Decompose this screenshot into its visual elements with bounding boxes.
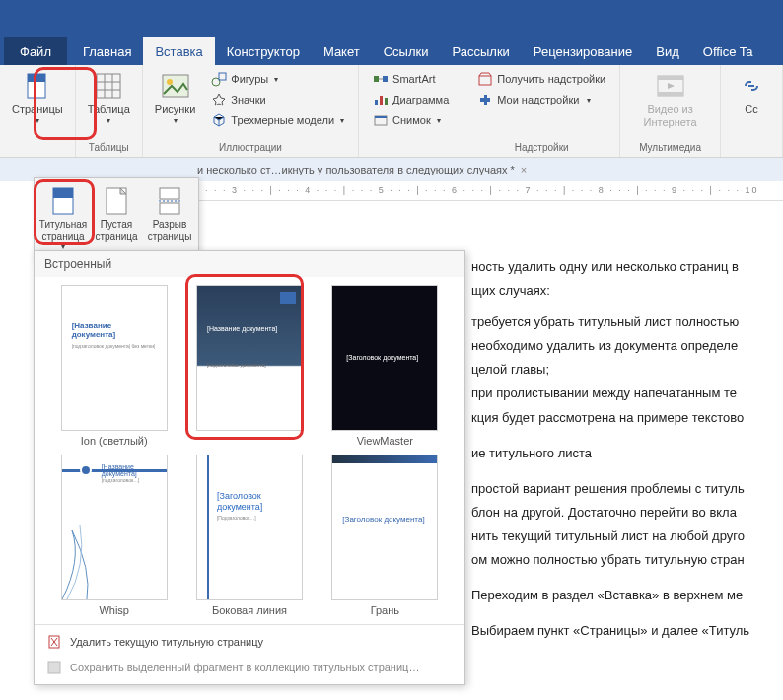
- pages-group-label: [36, 140, 38, 155]
- ribbon: Страницы ▾ Таблица ▾ Таблицы Рисунки: [0, 65, 783, 158]
- page-break-icon: [154, 185, 185, 217]
- icons-icon: [211, 92, 227, 107]
- gallery-item-ion-dark[interactable]: [Название документа] [подзаголовок докум…: [187, 285, 311, 447]
- chart-button[interactable]: Диаграмма: [367, 90, 455, 109]
- svg-rect-21: [658, 92, 683, 96]
- store-icon: [477, 71, 493, 87]
- gallery-item-ion-light[interactable]: [Название документа] |подзаголовок докум…: [52, 285, 176, 447]
- gallery-item-whisp[interactable]: [Название документа] [подзаголовок…] Whi…: [52, 455, 176, 616]
- tab-home[interactable]: Главная: [71, 37, 143, 65]
- gallery-item-viewmaster[interactable]: [Заголовок документа] ViewMaster: [323, 285, 447, 447]
- table-label: Таблица: [88, 104, 130, 116]
- tab-references[interactable]: Ссылки: [372, 37, 441, 65]
- chart-icon: [373, 92, 389, 107]
- tab-file[interactable]: Файл: [4, 37, 67, 65]
- save-icon: [46, 660, 62, 675]
- tab-insert[interactable]: Вставка: [143, 37, 214, 65]
- shapes-icon: [211, 71, 227, 87]
- svg-rect-1: [28, 74, 45, 82]
- video-icon: [655, 70, 686, 102]
- svg-rect-17: [375, 116, 387, 118]
- svg-rect-13: [375, 100, 378, 105]
- delete-cover-button[interactable]: Удалить текущую титульную страницу: [35, 629, 464, 655]
- screenshot-icon: [373, 112, 389, 128]
- pictures-button[interactable]: Рисунки ▾: [149, 67, 202, 129]
- media-group-label: Мультимедиа: [639, 140, 701, 155]
- titlebar: [0, 0, 783, 37]
- tab-view[interactable]: Вид: [644, 37, 691, 65]
- svg-rect-25: [160, 188, 179, 199]
- addins-group-label: Надстройки: [515, 140, 569, 155]
- illustrations-group-label: Иллюстрации: [219, 140, 282, 155]
- svg-point-8: [167, 79, 173, 85]
- gallery-header: Встроенный: [35, 251, 464, 277]
- tab-layout[interactable]: Макет: [312, 37, 372, 65]
- tab-review[interactable]: Рецензирование: [522, 37, 644, 65]
- smartart-button[interactable]: SmartArt: [367, 69, 455, 89]
- icons-button[interactable]: Значки: [205, 90, 350, 109]
- shapes-button[interactable]: Фигуры▾: [205, 69, 350, 89]
- video-label: Видео из Интернета: [632, 104, 708, 129]
- smartart-icon: [373, 71, 389, 87]
- cover-page-button[interactable]: Титульная страница ▾: [38, 182, 88, 255]
- delete-icon: [46, 634, 62, 650]
- link-icon: [736, 70, 767, 102]
- get-addins-button[interactable]: Получить надстройки: [471, 69, 611, 89]
- pages-button[interactable]: Страницы ▾: [6, 67, 69, 129]
- cover-page-icon: [47, 185, 79, 217]
- svg-rect-15: [385, 98, 388, 105]
- addin-icon: [477, 92, 493, 107]
- pictures-icon: [160, 70, 191, 102]
- pages-dropdown: Титульная страница ▾ Пустая страница Раз…: [34, 177, 199, 260]
- svg-rect-20: [658, 76, 683, 80]
- svg-rect-2: [97, 74, 120, 98]
- page-break-button[interactable]: Разрыв страницы: [145, 182, 194, 255]
- screenshot-button[interactable]: Снимок▾: [367, 110, 455, 130]
- svg-rect-18: [479, 76, 491, 85]
- blank-page-button[interactable]: Пустая страница: [92, 182, 141, 255]
- my-addins-button[interactable]: Мои надстройки▾: [471, 90, 611, 109]
- document-body[interactable]: ность удалить одну или несколько страниц…: [471, 256, 783, 644]
- video-button[interactable]: Видео из Интернета: [626, 67, 714, 132]
- svg-rect-31: [48, 662, 60, 673]
- table-button[interactable]: Таблица ▾: [82, 67, 136, 129]
- models-button[interactable]: Трехмерные модели▾: [205, 110, 350, 130]
- links-button[interactable]: Сс: [727, 67, 776, 119]
- svg-rect-11: [374, 76, 379, 82]
- ruler[interactable]: · · · 3 · · · | · · · 4 · · · | · · · 5 …: [197, 181, 783, 201]
- svg-rect-10: [219, 73, 226, 80]
- blank-page-icon: [101, 185, 132, 217]
- svg-rect-23: [53, 188, 73, 198]
- tab-mailings[interactable]: Рассылки: [440, 37, 521, 65]
- cube-icon: [211, 112, 227, 128]
- svg-rect-14: [380, 96, 383, 105]
- pages-label: Страницы: [12, 104, 63, 116]
- tab-office[interactable]: Office Ta: [691, 37, 765, 65]
- svg-rect-12: [383, 76, 388, 82]
- tables-group-label: Таблицы: [89, 140, 129, 155]
- cover-gallery: Встроенный [Название документа] |подзаго…: [34, 250, 465, 685]
- tab-design[interactable]: Конструктор: [215, 37, 312, 65]
- pages-icon: [22, 70, 53, 102]
- pictures-label: Рисунки: [155, 104, 196, 116]
- save-cover-button: Сохранить выделенный фрагмент в коллекци…: [35, 655, 464, 680]
- svg-rect-26: [160, 203, 179, 214]
- ribbon-tabs: Файл Главная Вставка Конструктор Макет С…: [0, 37, 783, 65]
- gallery-item-facet[interactable]: [Заголовок документа] Грань: [323, 455, 447, 616]
- gallery-item-sideline[interactable]: [Заголовок документа] [Подзаголовок…] Бо…: [187, 455, 311, 616]
- table-icon: [93, 70, 124, 102]
